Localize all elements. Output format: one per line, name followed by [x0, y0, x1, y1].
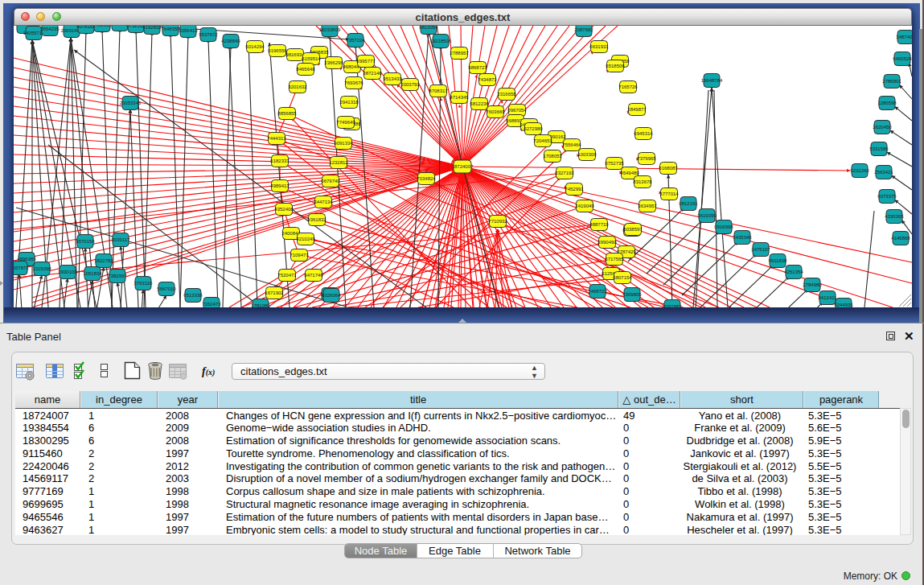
svg-text:0752735: 0752735	[605, 161, 624, 166]
svg-text:8708317: 8708317	[429, 89, 448, 93]
svg-text:0812191: 0812191	[679, 201, 698, 206]
svg-text:3201632: 3201632	[288, 84, 307, 89]
svg-text:8495931: 8495931	[92, 26, 112, 27]
svg-text:5168087: 5168087	[659, 166, 678, 171]
svg-text:1232812: 1232812	[329, 160, 348, 165]
svg-text:1003309: 1003309	[577, 152, 597, 157]
svg-text:7710932: 7710932	[488, 219, 507, 224]
svg-text:5435346: 5435346	[733, 235, 752, 240]
svg-text:2316658: 2316658	[497, 92, 516, 97]
svg-text:3056413: 3056413	[179, 28, 198, 33]
svg-text:2563421: 2563421	[874, 170, 893, 175]
svg-text:2849877: 2849877	[627, 107, 647, 112]
svg-text:2003791: 2003791	[400, 82, 420, 87]
svg-text:6159514: 6159514	[302, 56, 321, 61]
svg-text:9091334: 9091334	[334, 141, 353, 146]
svg-text:1671902: 1671902	[265, 290, 284, 295]
svg-text:7434873: 7434873	[478, 77, 497, 82]
svg-text:8813054: 8813054	[419, 26, 438, 30]
svg-text:1051834: 1051834	[83, 271, 102, 276]
svg-text:4657871: 4657871	[14, 266, 29, 270]
svg-text:3872148: 3872148	[363, 71, 382, 76]
svg-text:7749649: 7749649	[336, 120, 355, 125]
svg-text:3447134: 3447134	[314, 200, 333, 204]
svg-text:7520471: 7520471	[277, 273, 297, 278]
svg-text:7648350: 7648350	[161, 27, 180, 31]
svg-text:3634957: 3634957	[638, 204, 657, 208]
svg-text:8313678: 8313678	[633, 179, 652, 184]
svg-text:9232260: 9232260	[850, 168, 869, 173]
svg-text:7379965: 7379965	[637, 156, 656, 161]
svg-text:19218506: 19218506	[430, 39, 452, 43]
svg-text:9868727: 9868727	[468, 65, 487, 70]
svg-text:6518506: 6518506	[606, 64, 625, 68]
svg-text:6945314: 6945314	[634, 131, 653, 136]
svg-text:7262473: 7262473	[202, 302, 221, 307]
svg-text:4714345: 4714345	[450, 95, 469, 100]
svg-text:6073375: 6073375	[877, 194, 897, 199]
svg-text:9537672: 9537672	[199, 32, 218, 37]
svg-text:6400524: 6400524	[893, 56, 912, 61]
svg-text:2784980: 2784980	[803, 282, 822, 287]
svg-text:4887719: 4887719	[589, 222, 609, 227]
svg-text:2366299: 2366299	[324, 60, 343, 65]
svg-text:2654235: 2654235	[40, 27, 60, 31]
svg-text:7382997: 7382997	[108, 274, 127, 278]
svg-text:8412411: 8412411	[819, 295, 838, 300]
svg-text:3930103: 3930103	[58, 270, 77, 274]
svg-text:5182337: 5182337	[270, 159, 290, 163]
svg-text:5667010: 5667010	[157, 286, 176, 291]
svg-text:5812236: 5812236	[470, 101, 489, 106]
svg-text:7204653: 7204653	[533, 138, 552, 143]
svg-text:16033809: 16033809	[319, 27, 341, 32]
svg-text:4330365: 4330365	[885, 214, 904, 219]
svg-text:2475107: 2475107	[751, 247, 770, 252]
svg-text:9471746: 9471746	[304, 273, 323, 278]
svg-text:9570154: 9570154	[76, 239, 95, 244]
svg-text:3990490: 3990490	[598, 240, 617, 245]
svg-text:1280598: 1280598	[877, 101, 897, 105]
svg-text:2327193: 2327193	[555, 171, 574, 175]
svg-text:1708053: 1708053	[543, 154, 562, 159]
svg-text:16648784: 16648784	[701, 78, 723, 83]
svg-text:8856855: 8856855	[277, 111, 297, 116]
svg-text:4238849: 4238849	[221, 39, 240, 43]
svg-text:7452991: 7452991	[565, 187, 584, 192]
svg-text:7357224: 7357224	[346, 38, 365, 43]
svg-text:3487401: 3487401	[896, 35, 912, 39]
svg-text:f(x): f(x)	[202, 365, 215, 377]
svg-text:5014294: 5014294	[245, 44, 265, 49]
svg-text:3777014: 3777014	[659, 192, 679, 196]
svg-text:2087682: 2087682	[574, 27, 593, 32]
svg-text:20053346: 20053346	[120, 101, 142, 105]
svg-text:0679740: 0679740	[321, 179, 340, 183]
svg-text:4989413: 4989413	[270, 183, 290, 188]
svg-text:4309805: 4309805	[622, 292, 642, 297]
svg-text:3763116: 3763116	[134, 281, 154, 286]
svg-text:3619399: 3619399	[697, 213, 717, 218]
svg-text:4192832: 4192832	[142, 26, 162, 30]
svg-text:7693676: 7693676	[344, 80, 363, 85]
svg-text:7165726: 7165726	[618, 84, 638, 89]
svg-text:6026064: 6026064	[322, 293, 341, 298]
svg-text:7034824: 7034824	[417, 176, 436, 181]
svg-text:4145868: 4145868	[891, 236, 910, 241]
svg-text:6272980: 6272980	[524, 126, 543, 131]
svg-text:6038597: 6038597	[623, 227, 643, 232]
svg-text:9911838: 9911838	[769, 258, 788, 263]
svg-text:4251354: 4251354	[784, 270, 803, 274]
svg-text:0916998: 0916998	[714, 225, 733, 229]
svg-text:4352408: 4352408	[274, 207, 294, 212]
svg-text:7603669: 7603669	[486, 109, 505, 114]
svg-text:2620450: 2620450	[873, 125, 892, 130]
svg-text:5331586: 5331586	[869, 146, 889, 151]
svg-text:3039117: 3039117	[112, 237, 131, 242]
svg-text:0967054: 0967054	[507, 108, 527, 113]
svg-text:6717565: 6717565	[605, 257, 624, 262]
svg-text:2941318: 2941318	[339, 100, 359, 105]
svg-text:4549480: 4549480	[620, 171, 639, 175]
svg-text:3315098: 3315098	[32, 266, 51, 271]
svg-text:7109477: 7109477	[290, 253, 309, 257]
svg-text:0196556: 0196556	[268, 48, 287, 53]
svg-text:6807154: 6807154	[613, 275, 632, 280]
